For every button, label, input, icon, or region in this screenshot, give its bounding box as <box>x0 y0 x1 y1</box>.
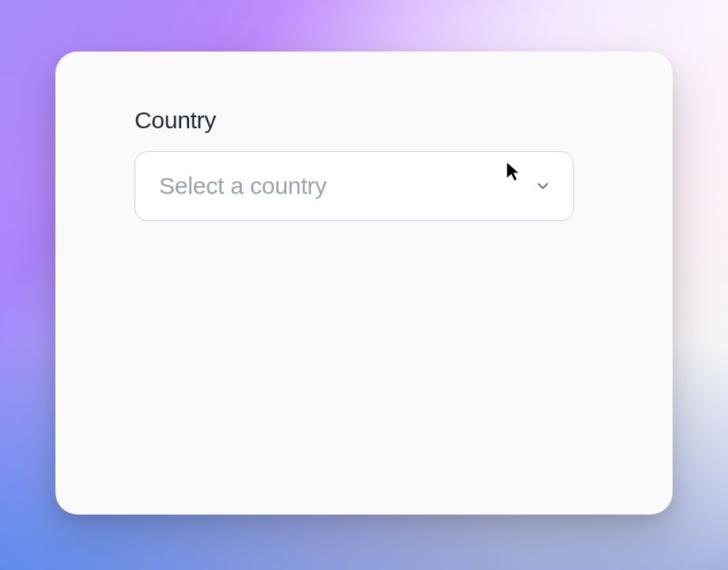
country-select[interactable]: Select a country <box>135 151 574 221</box>
form-card: Country Select a country <box>55 51 673 515</box>
country-placeholder: Select a country <box>159 173 327 200</box>
country-label: Country <box>135 107 593 134</box>
chevron-down-icon <box>534 177 552 195</box>
country-select-wrapper: Select a country <box>135 151 574 221</box>
